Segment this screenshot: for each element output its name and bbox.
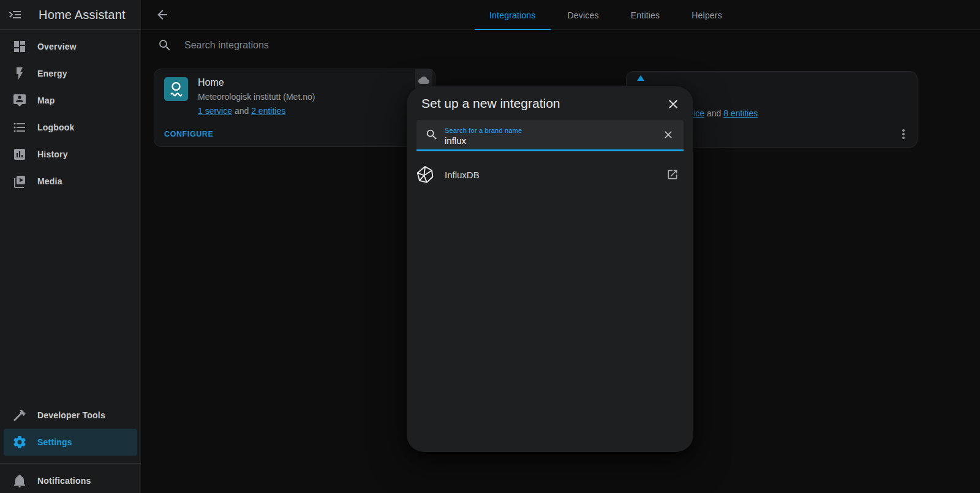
sidebar: Home Assistant Overview Energy Map Logbo…: [0, 0, 141, 493]
and-text: and: [707, 108, 721, 118]
entities-link[interactable]: 2 entities: [251, 106, 285, 116]
integration-card-metno: Home Meteorologisk institutt (Met.no) 1 …: [154, 69, 435, 147]
search-icon: [425, 128, 439, 141]
sidebar-nav: Overview Energy Map Logbook History Medi…: [0, 33, 141, 195]
sidebar-divider: [0, 463, 141, 464]
sidebar-item-map[interactable]: Map: [0, 87, 141, 114]
hammer-icon: [12, 408, 27, 423]
sidebar-item-label: Overview: [37, 42, 77, 51]
card-title: Home: [198, 77, 224, 88]
sidebar-item-notifications[interactable]: Notifications: [0, 467, 141, 493]
dialog-title: Set up a new integration: [421, 96, 560, 111]
field-column: Search for a brand name: [445, 123, 657, 146]
field-label: Search for a brand name: [445, 127, 657, 135]
sidebar-item-label: History: [37, 149, 68, 159]
tab-label: Integrations: [489, 10, 536, 20]
tab-helpers[interactable]: Helpers: [676, 0, 738, 30]
service-link[interactable]: 1 service: [198, 106, 232, 116]
bell-icon: [12, 473, 27, 488]
tab-label: Entities: [631, 10, 660, 20]
sidebar-item-settings[interactable]: Settings: [4, 429, 137, 456]
sidebar-item-label: Media: [37, 176, 62, 186]
clear-icon[interactable]: [662, 129, 674, 141]
sidebar-nav-bottom: Developer Tools Settings Notifications: [0, 402, 141, 493]
sidebar-item-media[interactable]: Media: [0, 168, 141, 195]
tab-entities[interactable]: Entities: [615, 0, 676, 30]
configure-button[interactable]: CONFIGURE: [164, 130, 213, 138]
kebab-menu-icon[interactable]: [896, 127, 911, 141]
entities-link[interactable]: 8 entities: [723, 108, 758, 118]
tooltip-account-icon: [12, 93, 27, 108]
influxdb-logo-icon: [415, 165, 435, 184]
view-dashboard-icon: [12, 39, 27, 54]
tab-bar: Integrations Devices Entities Helpers: [473, 0, 738, 30]
sidebar-item-label: Notifications: [37, 476, 91, 486]
sidebar-item-label: Energy: [37, 69, 67, 78]
menu-open-icon[interactable]: [8, 7, 23, 22]
card-subtitle: Meteorologisk institutt (Met.no): [198, 92, 315, 102]
sidebar-item-label: Logbook: [37, 122, 75, 132]
tab-integrations[interactable]: Integrations: [473, 0, 552, 30]
brand-search-field: Search for a brand name: [417, 120, 684, 151]
sidebar-item-logbook[interactable]: Logbook: [0, 114, 141, 141]
blue-triangle-indicator: [637, 75, 644, 81]
tab-label: Helpers: [692, 10, 722, 20]
metno-logo: [164, 77, 188, 101]
results-list: InfluxDB: [407, 155, 693, 194]
back-arrow-icon[interactable]: [155, 7, 170, 22]
tab-devices[interactable]: Devices: [552, 0, 615, 30]
sidebar-item-energy[interactable]: Energy: [0, 60, 141, 87]
sidebar-item-label: Developer Tools: [37, 410, 105, 420]
open-in-new-icon[interactable]: [666, 168, 679, 181]
sidebar-item-developer-tools[interactable]: Developer Tools: [0, 402, 141, 429]
cog-icon: [12, 435, 27, 450]
result-name: InfluxDB: [445, 170, 666, 180]
sidebar-item-history[interactable]: History: [0, 141, 141, 168]
sidebar-item-overview[interactable]: Overview: [0, 33, 141, 60]
card-links: 1 service and 2 entities: [198, 106, 285, 116]
search-integrations-bar[interactable]: Search integrations: [141, 30, 980, 61]
tab-label: Devices: [568, 10, 599, 20]
sidebar-item-label: Map: [37, 96, 55, 105]
format-list-bulleted-icon: [12, 120, 27, 135]
sidebar-header: Home Assistant: [0, 0, 141, 30]
result-item-influxdb[interactable]: InfluxDB: [407, 155, 693, 194]
search-icon: [157, 38, 172, 53]
chart-box-icon: [12, 147, 27, 162]
brand-search-input[interactable]: [445, 135, 657, 146]
search-placeholder: Search integrations: [184, 40, 269, 51]
play-box-multiple-icon: [12, 174, 27, 189]
main-header: Integrations Devices Entities Helpers: [141, 0, 980, 30]
app-title: Home Assistant: [39, 8, 126, 22]
and-text: and: [235, 106, 249, 116]
setup-integration-dialog: Set up a new integration Search for a br…: [407, 86, 693, 452]
sidebar-item-label: Settings: [37, 437, 72, 447]
lightning-bolt-icon: [12, 66, 27, 81]
close-icon[interactable]: [666, 97, 680, 111]
